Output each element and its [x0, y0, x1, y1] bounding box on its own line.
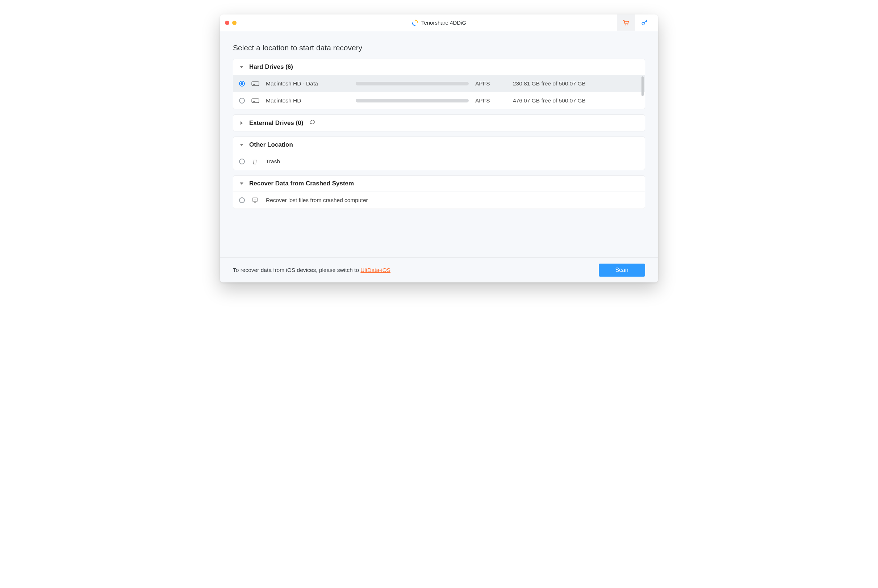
refresh-button[interactable]	[310, 119, 315, 127]
page-heading: Select a location to start data recovery	[233, 44, 645, 52]
crashed-radio[interactable]	[239, 197, 245, 203]
drive-radio[interactable]	[239, 98, 245, 104]
svg-marker-10	[240, 121, 243, 125]
svg-point-15	[255, 199, 255, 200]
free-space-label: 476.07 GB free of 500.07 GB	[513, 98, 639, 104]
hard-drives-header[interactable]: Hard Drives (6)	[233, 59, 645, 75]
key-button[interactable]	[635, 15, 653, 31]
chevron-down-icon	[239, 64, 244, 69]
external-drives-panel: External Drives (0)	[233, 114, 645, 131]
drive-radio[interactable]	[239, 81, 245, 87]
svg-point-1	[627, 24, 628, 26]
window-controls	[225, 21, 237, 25]
other-location-panel: Other Location Trash	[233, 136, 645, 170]
chevron-right-icon	[239, 121, 244, 126]
crashed-system-panel: Recover Data from Crashed System Recover…	[233, 175, 645, 209]
crashed-row[interactable]: Recover lost files from crashed computer	[233, 192, 645, 208]
footer-text: To recover data from iOS devices, please…	[233, 267, 390, 273]
footer-prefix: To recover data from iOS devices, please…	[233, 267, 360, 273]
footer: To recover data from iOS devices, please…	[220, 257, 658, 282]
svg-point-16	[256, 199, 256, 200]
location-radio[interactable]	[239, 159, 245, 164]
content-area: Select a location to start data recovery…	[220, 31, 658, 257]
close-window-button[interactable]	[225, 21, 229, 25]
key-icon	[641, 19, 648, 26]
titlebar: Tenorshare 4DDiG	[220, 15, 658, 31]
spacer	[233, 214, 645, 257]
location-row-trash[interactable]: Trash	[233, 153, 645, 170]
hard-drive-icon	[251, 98, 259, 104]
drive-row-macintosh-hd-data[interactable]: Macintosh HD - Data APFS 230.81 GB free …	[233, 75, 645, 92]
svg-marker-11	[240, 144, 243, 146]
hard-drive-icon	[251, 80, 259, 87]
other-location-header[interactable]: Other Location	[233, 137, 645, 153]
app-window: Tenorshare 4DDiG Select a location to st…	[220, 15, 658, 282]
drive-name: Macintosh HD - Data	[266, 80, 349, 87]
usage-bar	[356, 99, 469, 102]
title-actions	[617, 15, 653, 31]
svg-rect-7	[252, 99, 259, 103]
hard-drives-panel: Hard Drives (6) Macintosh HD - Data APFS…	[233, 58, 645, 110]
crashed-description: Recover lost files from crashed computer	[266, 197, 368, 204]
minimize-window-button[interactable]	[232, 21, 237, 25]
svg-point-6	[254, 84, 255, 85]
scan-button[interactable]: Scan	[599, 264, 645, 277]
svg-point-8	[253, 101, 254, 102]
app-logo-icon	[412, 20, 418, 26]
free-space-label: 230.81 GB free of 500.07 GB	[513, 80, 639, 87]
trash-icon	[251, 158, 259, 165]
svg-point-5	[253, 84, 254, 85]
svg-point-0	[625, 24, 626, 26]
crashed-system-header[interactable]: Recover Data from Crashed System	[233, 176, 645, 192]
filesystem-label: APFS	[475, 80, 506, 87]
hard-drives-label: Hard Drives (6)	[249, 63, 293, 70]
chevron-down-icon	[239, 142, 244, 147]
refresh-icon	[310, 119, 315, 125]
location-name: Trash	[266, 158, 280, 165]
drive-row-macintosh-hd[interactable]: Macintosh HD APFS 476.07 GB free of 500.…	[233, 92, 645, 109]
chevron-down-icon	[239, 181, 244, 186]
drive-name: Macintosh HD	[266, 98, 349, 104]
filesystem-label: APFS	[475, 98, 506, 104]
ultdata-ios-link[interactable]: UltData-iOS	[360, 267, 390, 273]
svg-marker-12	[240, 183, 243, 184]
crashed-system-label: Recover Data from Crashed System	[249, 180, 354, 187]
usage-bar	[356, 82, 469, 86]
svg-rect-4	[252, 82, 259, 86]
svg-point-9	[254, 101, 255, 102]
cart-icon	[623, 19, 630, 26]
title-center: Tenorshare 4DDiG	[220, 20, 658, 26]
svg-point-14	[254, 199, 254, 200]
scrollbar-thumb[interactable]	[641, 76, 644, 96]
monitor-icon	[251, 197, 259, 204]
external-drives-header[interactable]: External Drives (0)	[233, 115, 645, 131]
external-drives-label: External Drives (0)	[249, 120, 303, 127]
other-location-label: Other Location	[249, 141, 293, 148]
cart-button[interactable]	[617, 15, 635, 31]
svg-marker-3	[240, 66, 243, 68]
app-title: Tenorshare 4DDiG	[421, 20, 466, 26]
